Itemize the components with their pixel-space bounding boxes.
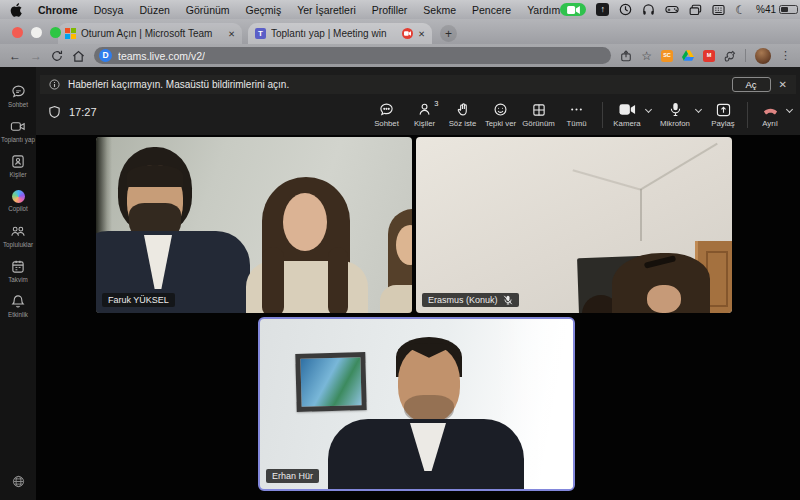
video-tile-erhan[interactable]: Erhan Hür	[258, 317, 575, 491]
banner-close-icon[interactable]: ✕	[779, 79, 787, 90]
smiley-icon	[493, 102, 508, 117]
raise-hand-icon	[456, 102, 470, 117]
sidebar-item-takvim[interactable]: Takvim	[0, 253, 36, 288]
wall-picture	[295, 352, 366, 412]
bookmark-star-icon[interactable]: ☆	[641, 49, 652, 63]
window-close-button[interactable]	[12, 27, 23, 38]
extension-icon-red[interactable]: M	[703, 50, 715, 62]
sidebar-item-etkinlik[interactable]: Etkinlik	[0, 288, 36, 323]
mission-control-icon[interactable]	[689, 4, 702, 16]
people-icon	[418, 102, 432, 117]
participant-nametag: Erhan Hür	[266, 469, 319, 483]
tab-microsoft-signin[interactable]: Oturum Açın | Microsoft Team ✕	[58, 23, 242, 44]
grid-view-icon	[532, 103, 546, 117]
extensions-menu-icon[interactable]	[724, 50, 736, 62]
address-bar[interactable]: D teams.live.com/v2/	[94, 47, 611, 64]
video-tile-faruk[interactable]: Faruk YÜKSEL	[96, 137, 412, 313]
menu-gecmis[interactable]: Geçmiş	[246, 4, 282, 16]
sidebar-item-sohbet[interactable]: Sohbet	[0, 78, 36, 113]
leave-options-chevron-icon[interactable]	[786, 105, 793, 112]
toolbar-react-button[interactable]: Tepki ver	[482, 100, 519, 128]
forward-icon[interactable]: →	[30, 50, 42, 62]
toolbar-share-button[interactable]: Paylaş	[706, 100, 740, 128]
apple-menu-icon[interactable]	[10, 3, 22, 17]
share-icon[interactable]	[620, 50, 632, 62]
profile-avatar[interactable]	[755, 48, 771, 64]
microsoft-favicon	[65, 28, 76, 39]
toolbar-view-button[interactable]: Görünüm	[520, 100, 557, 128]
tab-teams-meeting[interactable]: T Toplantı yap | Meeting win ✕	[248, 23, 432, 44]
sidebar-item-kisiler[interactable]: Kişiler	[0, 148, 36, 183]
menu-yer-isaretleri[interactable]: Yer İşaretleri	[297, 4, 356, 16]
tab-close-icon[interactable]: ✕	[228, 29, 235, 39]
communities-icon	[10, 224, 26, 239]
headphones-icon[interactable]	[642, 3, 655, 16]
menu-duzen[interactable]: Düzen	[139, 4, 169, 16]
chrome-tabstrip: Oturum Açın | Microsoft Team ✕ T Toplant…	[0, 19, 800, 44]
site-icon[interactable]: D	[99, 49, 112, 62]
chrome-menu-icon[interactable]: ⋮	[780, 49, 791, 62]
mic-options-chevron-icon[interactable]	[695, 105, 702, 112]
shield-icon	[48, 105, 61, 119]
menu-gorunum[interactable]: Görünüm	[186, 4, 230, 16]
back-icon[interactable]: ←	[9, 50, 21, 62]
mic-muted-icon	[503, 295, 513, 305]
meeting-toolbar: 17:27 Sohbet 3 Kişiler Söz iste	[36, 97, 800, 135]
toolbar-leave-button[interactable]: Ayrıl	[755, 100, 785, 128]
drive-extension-icon[interactable]	[682, 50, 694, 61]
toolbar-mic-button[interactable]: Mikrofon	[656, 100, 694, 128]
contact-card-icon	[11, 154, 25, 169]
teams-page: Sohbet Toplantı yap Kişiler Copilot Topl…	[0, 67, 800, 500]
window-minimize-button[interactable]	[31, 27, 42, 38]
meet-camera-icon	[10, 119, 26, 134]
sidebar-item-topluluklar[interactable]: Topluluklar	[0, 218, 36, 253]
teams-content: Haberleri kaçırmayın. Masaüstü bildiriml…	[36, 67, 800, 500]
copilot-icon	[12, 190, 25, 203]
language-globe-icon[interactable]	[0, 475, 36, 488]
tab-close-icon[interactable]: ✕	[418, 29, 425, 39]
clock-icon[interactable]	[619, 3, 632, 16]
battery-indicator[interactable]: %41	[756, 4, 800, 15]
home-icon[interactable]	[72, 50, 85, 62]
chrome-toolbar: ← → D teams.live.com/v2/ ☆ SC M ⋮	[0, 44, 800, 67]
menu-sekme[interactable]: Sekme	[423, 4, 456, 16]
calendar-icon	[11, 259, 25, 274]
extension-icon-orange[interactable]: SC	[661, 50, 673, 62]
new-tab-button[interactable]: +	[440, 25, 457, 42]
focus-moon-icon[interactable]: ☾	[735, 3, 746, 17]
video-tile-erasmus[interactable]: Erasmus (Konuk)	[416, 137, 732, 313]
chat-icon	[379, 102, 394, 117]
sidebar-item-toplanti-yap[interactable]: Toplantı yap	[0, 113, 36, 148]
toolbar-divider	[747, 102, 748, 128]
camera-in-use-indicator[interactable]	[560, 3, 586, 16]
enable-notifications-button[interactable]: Aç	[732, 77, 771, 92]
meeting-timer: 17:27	[48, 105, 97, 119]
tab-title: Oturum Açın | Microsoft Team	[81, 28, 223, 39]
tab-title: Toplantı yap | Meeting win	[271, 28, 397, 39]
toolbar-chat-button[interactable]: Sohbet	[368, 100, 405, 128]
battery-icon	[779, 5, 798, 14]
upload-app-icon[interactable]: ↑	[596, 3, 609, 16]
menu-dosya[interactable]: Dosya	[94, 4, 124, 16]
menu-chrome[interactable]: Chrome	[38, 4, 78, 16]
menu-profiller[interactable]: Profiller	[372, 4, 408, 16]
menu-pencere[interactable]: Pencere	[472, 4, 511, 16]
bell-icon	[11, 294, 25, 309]
toolbar-people-button[interactable]: 3 Kişiler	[406, 100, 443, 128]
controller-icon[interactable]	[665, 4, 679, 15]
window-zoom-button[interactable]	[50, 27, 61, 38]
toolbar-camera-button[interactable]: Kamera	[610, 100, 644, 128]
battery-percent: %41	[756, 4, 776, 15]
url-text[interactable]: teams.live.com/v2/	[118, 50, 205, 62]
sidebar-item-copilot[interactable]: Copilot	[0, 183, 36, 218]
teams-sidebar: Sohbet Toplantı yap Kişiler Copilot Topl…	[0, 67, 36, 500]
reload-icon[interactable]	[51, 50, 63, 62]
participant-nametag: Faruk YÜKSEL	[102, 293, 175, 307]
input-source-icon[interactable]	[712, 4, 725, 16]
toolbar-raise-hand-button[interactable]: Söz iste	[444, 100, 481, 128]
toolbar-more-button[interactable]: Tümü	[558, 100, 595, 128]
teams-favicon: T	[255, 28, 266, 39]
camera-options-chevron-icon[interactable]	[645, 105, 652, 112]
menu-yardim[interactable]: Yardım	[527, 4, 560, 16]
mic-on-icon	[670, 102, 681, 117]
